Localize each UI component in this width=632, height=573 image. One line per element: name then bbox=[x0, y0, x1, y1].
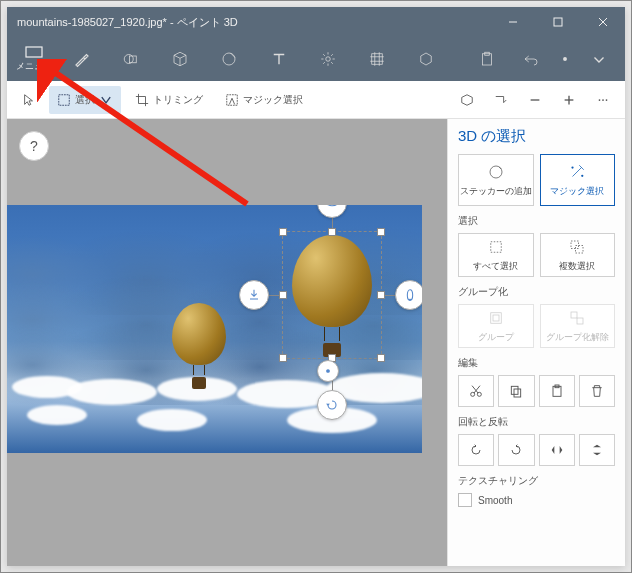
mixed-reality-button[interactable] bbox=[487, 86, 515, 114]
side-panel: 3D の選択 ステッカーの追加 マジック選択 選択 すべて選択 bbox=[447, 119, 625, 566]
smooth-label: Smooth bbox=[478, 495, 512, 506]
shapes-2d-tool[interactable] bbox=[108, 37, 153, 81]
svg-point-38 bbox=[581, 174, 583, 176]
svg-line-16 bbox=[331, 54, 333, 56]
svg-point-8 bbox=[326, 57, 331, 62]
paste-button[interactable] bbox=[467, 37, 507, 81]
rotate-z-small-gizmo[interactable] bbox=[317, 360, 339, 382]
balloon-object-1[interactable] bbox=[172, 303, 226, 389]
shapes-3d-tool[interactable] bbox=[158, 37, 203, 81]
flip-horizontal-button[interactable] bbox=[539, 434, 575, 466]
rotate-cw-button[interactable] bbox=[498, 434, 534, 466]
resize-handle[interactable] bbox=[279, 291, 287, 299]
brushes-tool[interactable] bbox=[59, 37, 104, 81]
smooth-checkbox[interactable] bbox=[458, 493, 472, 507]
svg-rect-1 bbox=[554, 18, 562, 26]
add-sticker-button[interactable]: ステッカーの追加 bbox=[458, 154, 534, 206]
svg-rect-49 bbox=[514, 389, 521, 397]
artboard[interactable] bbox=[7, 205, 422, 453]
cut-button[interactable] bbox=[458, 375, 494, 407]
svg-point-32 bbox=[606, 99, 608, 101]
svg-rect-4 bbox=[26, 47, 42, 57]
help-button[interactable]: ? bbox=[19, 131, 49, 161]
resize-handle[interactable] bbox=[279, 228, 287, 236]
svg-rect-48 bbox=[512, 386, 519, 394]
zoom-in-button[interactable] bbox=[555, 86, 583, 114]
expand-panel-button[interactable] bbox=[579, 37, 619, 81]
section-group-label: グループ化 bbox=[458, 285, 615, 299]
zoom-out-button[interactable] bbox=[521, 86, 549, 114]
svg-point-31 bbox=[602, 99, 604, 101]
select-tool[interactable]: 選択 bbox=[49, 86, 121, 114]
crop-tool[interactable]: トリミング bbox=[127, 86, 211, 114]
svg-point-37 bbox=[572, 166, 574, 168]
effects-tool[interactable] bbox=[305, 37, 350, 81]
window-title: mountains-1985027_1920.jpg* - ペイント 3D bbox=[7, 15, 490, 30]
canvas-tool[interactable] bbox=[355, 37, 400, 81]
section-rotate-label: 回転と反転 bbox=[458, 415, 615, 429]
secondary-toolbar: 選択 トリミング マジック選択 bbox=[7, 81, 625, 119]
svg-rect-26 bbox=[227, 94, 238, 105]
svg-line-13 bbox=[323, 54, 325, 56]
svg-rect-17 bbox=[372, 54, 383, 65]
crop-label: トリミング bbox=[153, 93, 203, 107]
magic-select-tool[interactable]: マジック選択 bbox=[217, 86, 311, 114]
svg-rect-39 bbox=[491, 241, 502, 252]
select-all-button[interactable]: すべて選択 bbox=[458, 233, 534, 277]
library-3d-tool[interactable] bbox=[404, 37, 449, 81]
view-3d-button[interactable] bbox=[453, 86, 481, 114]
svg-line-14 bbox=[331, 62, 333, 64]
main-toolbar: メニュー bbox=[7, 37, 625, 81]
flip-vertical-button[interactable] bbox=[579, 434, 615, 466]
resize-handle[interactable] bbox=[328, 228, 336, 236]
text-tool[interactable] bbox=[256, 37, 301, 81]
undo-button[interactable] bbox=[511, 37, 551, 81]
svg-line-15 bbox=[323, 62, 325, 64]
title-bar: mountains-1985027_1920.jpg* - ペイント 3D bbox=[7, 7, 625, 37]
section-select-label: 選択 bbox=[458, 214, 615, 228]
menu-label: メニュー bbox=[16, 60, 52, 73]
close-button[interactable] bbox=[580, 7, 625, 37]
selection-bounding-box[interactable] bbox=[282, 231, 382, 359]
z-depth-gizmo[interactable] bbox=[239, 280, 269, 310]
paste-button-side[interactable] bbox=[539, 375, 575, 407]
minimize-button[interactable] bbox=[490, 7, 535, 37]
svg-rect-43 bbox=[493, 315, 499, 321]
copy-button[interactable] bbox=[498, 375, 534, 407]
pointer-tool[interactable] bbox=[15, 86, 43, 114]
panel-title: 3D の選択 bbox=[458, 127, 615, 146]
maximize-button[interactable] bbox=[535, 7, 580, 37]
delete-button[interactable] bbox=[579, 375, 615, 407]
svg-point-35 bbox=[327, 370, 330, 373]
svg-rect-44 bbox=[571, 312, 577, 318]
svg-point-33 bbox=[327, 205, 338, 206]
ungroup-button: グループ化解除 bbox=[540, 304, 616, 348]
rotate-y-gizmo[interactable] bbox=[395, 280, 422, 310]
canvas-area[interactable]: ? bbox=[7, 119, 447, 566]
history-dropdown[interactable] bbox=[555, 37, 575, 81]
svg-rect-25 bbox=[59, 94, 70, 105]
rotate-ccw-button[interactable] bbox=[458, 434, 494, 466]
svg-point-24 bbox=[563, 57, 567, 61]
multi-select-button[interactable]: 複数選択 bbox=[540, 233, 616, 277]
resize-handle[interactable] bbox=[279, 354, 287, 362]
rotate-z-gizmo[interactable] bbox=[317, 390, 347, 420]
svg-rect-41 bbox=[576, 245, 584, 253]
svg-point-30 bbox=[599, 99, 601, 101]
section-edit-label: 編集 bbox=[458, 356, 615, 370]
group-button: グループ bbox=[458, 304, 534, 348]
section-texture-label: テクスチャリング bbox=[458, 474, 615, 488]
resize-handle[interactable] bbox=[377, 291, 385, 299]
svg-point-34 bbox=[407, 290, 412, 301]
select-label: 選択 bbox=[75, 93, 95, 107]
svg-point-7 bbox=[223, 53, 235, 65]
stickers-tool[interactable] bbox=[207, 37, 252, 81]
svg-rect-40 bbox=[571, 241, 579, 249]
svg-rect-45 bbox=[577, 318, 583, 324]
svg-rect-42 bbox=[491, 312, 502, 323]
resize-handle[interactable] bbox=[377, 228, 385, 236]
menu-button[interactable]: メニュー bbox=[13, 46, 55, 73]
resize-handle[interactable] bbox=[377, 354, 385, 362]
magic-select-button[interactable]: マジック選択 bbox=[540, 154, 616, 206]
more-button[interactable] bbox=[589, 86, 617, 114]
